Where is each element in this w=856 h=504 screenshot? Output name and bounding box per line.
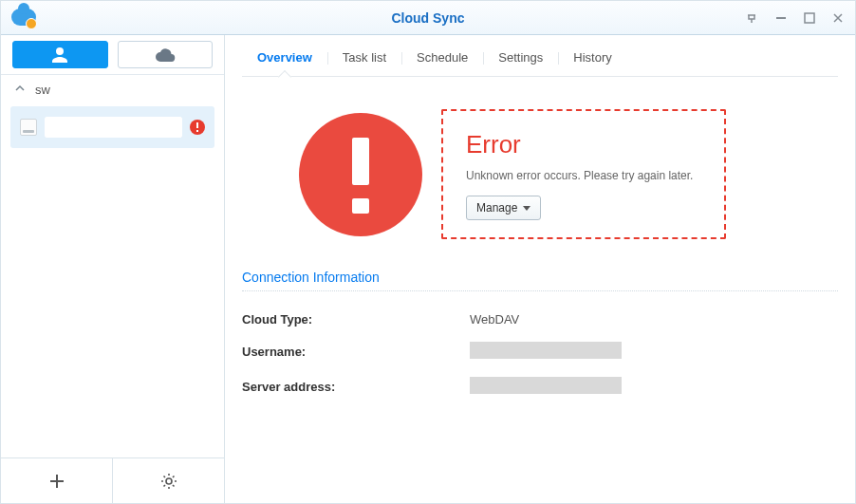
info-value-username: [470, 342, 622, 362]
app-icon: [10, 5, 37, 31]
chevron-up-icon: [14, 83, 26, 97]
svg-rect-0: [805, 13, 814, 23]
sidebar-footer: [1, 457, 224, 503]
tabs: Overview Task list Schedule Settings His…: [242, 35, 838, 77]
tab-tasklist[interactable]: Task list: [327, 41, 401, 76]
error-badge-icon: [190, 120, 205, 135]
app-window: Cloud Sync: [0, 0, 856, 504]
server-icon: [20, 119, 37, 136]
settings-button[interactable]: [112, 458, 224, 503]
info-label: Server address:: [242, 380, 470, 394]
info-label: Cloud Type:: [242, 312, 470, 327]
info-row-cloud-type: Cloud Type: WebDAV: [242, 305, 838, 334]
maximize-button[interactable]: [802, 10, 817, 26]
sidebar-view-toggle: [1, 35, 224, 75]
manage-button[interactable]: Manage: [466, 196, 541, 220]
sidebar-view-cloud[interactable]: [118, 41, 214, 68]
minimize-button[interactable]: [773, 10, 789, 26]
tab-label: Settings: [498, 50, 543, 65]
error-icon: [299, 113, 422, 236]
tab-label: Schedule: [417, 50, 468, 65]
info-value-server: [470, 377, 622, 397]
close-button[interactable]: [830, 10, 846, 26]
error-section: Error Unknown error occurs. Please try a…: [242, 77, 838, 262]
error-title: Error: [466, 130, 701, 159]
tab-overview[interactable]: Overview: [242, 41, 327, 76]
window-controls: [745, 10, 846, 26]
error-message-box: Error Unknown error occurs. Please try a…: [441, 109, 726, 239]
redacted-value: [470, 342, 622, 359]
caret-down-icon: [523, 206, 530, 211]
tab-history[interactable]: History: [558, 41, 626, 76]
manage-button-label: Manage: [476, 201, 517, 215]
titlebar: Cloud Sync: [1, 1, 855, 35]
sidebar-group-toggle[interactable]: sw: [1, 75, 224, 104]
connection-section-title: Connection Information: [242, 262, 838, 291]
window-title: Cloud Sync: [1, 10, 855, 26]
tab-schedule[interactable]: Schedule: [401, 41, 483, 76]
tab-label: Overview: [257, 50, 312, 65]
info-row-server: Server address:: [242, 369, 838, 404]
add-connection-button[interactable]: [1, 458, 112, 503]
tab-settings[interactable]: Settings: [483, 41, 558, 76]
tab-label: History: [573, 50, 611, 65]
main-panel: Overview Task list Schedule Settings His…: [225, 35, 855, 503]
sidebar-view-users[interactable]: [12, 41, 108, 68]
sidebar-connection-item[interactable]: [10, 106, 214, 148]
sidebar: sw: [1, 35, 225, 503]
sidebar-item-name: [45, 117, 182, 138]
app-body: sw: [1, 35, 855, 503]
info-row-username: Username:: [242, 334, 838, 369]
info-label: Username:: [242, 345, 470, 359]
pin-icon[interactable]: [745, 10, 760, 26]
redacted-value: [470, 377, 622, 394]
svg-point-1: [166, 478, 172, 484]
info-value-cloud-type: WebDAV: [470, 312, 519, 327]
sidebar-group-label: sw: [35, 83, 50, 97]
error-message: Unknown error occurs. Please try again l…: [466, 169, 701, 182]
tab-content: Error Unknown error occurs. Please try a…: [242, 77, 838, 488]
tab-label: Task list: [343, 50, 386, 65]
